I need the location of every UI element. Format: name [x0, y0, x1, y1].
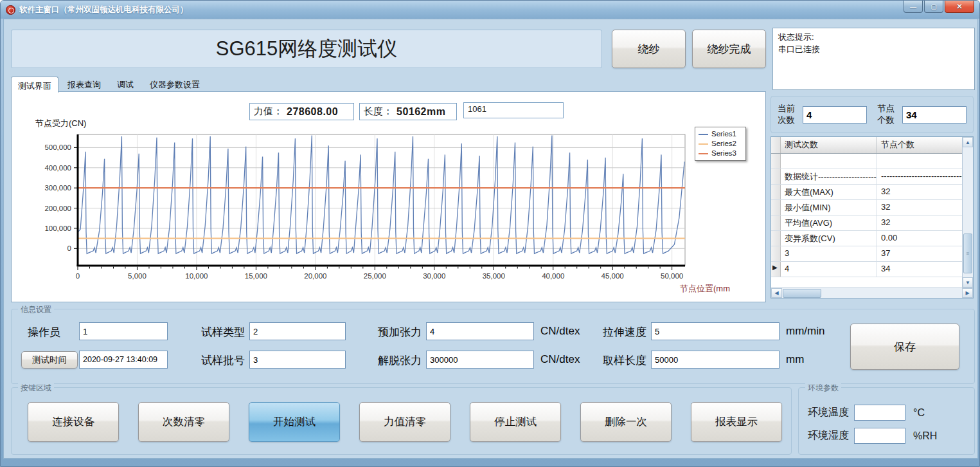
- svg-text:300,000: 300,000: [44, 184, 71, 192]
- svg-text:25,000: 25,000: [364, 272, 386, 280]
- cell-test-count: 4: [781, 262, 877, 277]
- horizontal-scrollbar[interactable]: ◀ ▶: [771, 288, 973, 298]
- length-readout: 长度： 50162mm: [359, 103, 457, 120]
- key-button[interactable]: 删除一次: [580, 402, 672, 442]
- row-stub: [771, 200, 781, 215]
- row-stub: ▶: [771, 262, 781, 277]
- env-temp-unit: °C: [913, 407, 925, 419]
- sample-length-input[interactable]: [651, 351, 780, 369]
- table-header-row: 测试次数节点个数: [771, 137, 962, 154]
- wind-yarn-done-button[interactable]: 绕纱完成: [692, 30, 766, 68]
- cell-node-count: [877, 154, 962, 169]
- tab-4[interactable]: 仪器参数设置: [143, 76, 207, 92]
- key-button[interactable]: 开始测试: [249, 402, 340, 442]
- speed-input[interactable]: [651, 322, 780, 340]
- maximize-button[interactable]: ▢: [924, 1, 943, 13]
- pretension-input[interactable]: [426, 322, 534, 340]
- table-row[interactable]: 337: [771, 246, 962, 262]
- wind-yarn-button[interactable]: 绕纱: [612, 30, 686, 68]
- legend-swatch: [699, 143, 708, 145]
- node-count-input[interactable]: [902, 106, 967, 124]
- minimize-button[interactable]: —: [904, 1, 923, 13]
- operator-input[interactable]: [79, 322, 168, 340]
- row-stub: [771, 246, 781, 261]
- svg-text:100,000: 100,000: [44, 224, 71, 232]
- key-button[interactable]: 次数清零: [138, 402, 229, 442]
- test-time-input[interactable]: [79, 351, 168, 369]
- svg-text:45,000: 45,000: [601, 272, 624, 280]
- key-button[interactable]: 力值清零: [359, 402, 450, 442]
- env-humidity-label: 环境湿度: [808, 429, 849, 443]
- legend-label: Series3: [711, 149, 736, 158]
- legend-swatch: [699, 134, 708, 135]
- table-row[interactable]: 变异系数(CV)0.00: [771, 231, 962, 246]
- batch-label: 试样批号: [201, 353, 245, 368]
- window-content: SG615网络度测试仪 绕纱 绕纱完成 状态提示: 串口已连接 测试界面报表查询…: [3, 19, 978, 459]
- scroll-left-button[interactable]: ◀: [771, 288, 782, 298]
- operator-label: 操作员: [28, 325, 60, 340]
- tab-3[interactable]: 调试: [110, 76, 141, 92]
- scroll-right-button[interactable]: ▶: [962, 288, 973, 298]
- key-button[interactable]: 报表显示: [691, 402, 782, 442]
- cell-test-count: 测试次数: [781, 137, 877, 153]
- env-params-group: 环境参数 环境温度 °C 环境湿度 %RH: [798, 387, 975, 455]
- app-icon: [6, 5, 15, 15]
- length-value: 50162mm: [396, 106, 445, 118]
- titlebar[interactable]: 软件主窗口（常州双固顿达机电科技有限公司） — ▢ ✕: [1, 1, 979, 19]
- env-temp-input[interactable]: [854, 405, 905, 421]
- speed-label: 拉伸速度: [603, 325, 646, 340]
- table-row[interactable]: 最小值(MIN)32: [771, 200, 962, 215]
- table-row[interactable]: ▶434: [771, 262, 962, 277]
- tab-1[interactable]: 测试界面: [11, 77, 58, 93]
- table-row[interactable]: 平均值(AVG)32: [771, 215, 962, 231]
- sample-type-input[interactable]: [249, 322, 346, 340]
- svg-text:30,000: 30,000: [423, 272, 445, 280]
- extra-readout: 1061: [463, 102, 564, 118]
- svg-text:500,000: 500,000: [44, 143, 71, 151]
- horizontal-scroll-thumb[interactable]: [783, 289, 821, 298]
- row-stub: [771, 137, 781, 153]
- current-count-input[interactable]: [803, 106, 867, 124]
- release-tension-input[interactable]: [426, 351, 534, 369]
- force-label: 力值：: [254, 105, 283, 118]
- info-settings-label: 信息设置: [18, 304, 54, 315]
- legend-item: Series1: [699, 129, 742, 139]
- svg-text:20,000: 20,000: [304, 272, 326, 280]
- save-button[interactable]: 保存: [850, 324, 959, 370]
- cell-test-count: 3: [781, 246, 877, 261]
- test-time-button[interactable]: 测试时间: [21, 351, 78, 369]
- svg-text:50,000: 50,000: [661, 272, 683, 280]
- close-button[interactable]: ✕: [945, 1, 974, 13]
- cell-node-count: 34: [877, 262, 962, 277]
- table-row[interactable]: 最大值(MAX)32: [771, 185, 962, 200]
- vertical-scrollbar[interactable]: ▲ ≡ ▼: [962, 137, 973, 288]
- scroll-down-button[interactable]: ▼: [963, 277, 973, 288]
- app-window: 软件主窗口（常州双固顿达机电科技有限公司） — ▢ ✕ SG615网络度测试仪 …: [0, 0, 980, 467]
- env-temp-label: 环境温度: [808, 406, 849, 419]
- legend-label: Series2: [711, 139, 736, 149]
- vertical-scroll-thumb[interactable]: ≡: [963, 234, 972, 273]
- key-button[interactable]: 停止测试: [470, 402, 561, 442]
- key-area-label: 按键区域: [18, 383, 54, 394]
- force-readout: 力值： 278608.00: [249, 103, 354, 120]
- tab-2[interactable]: 报表查询: [60, 76, 108, 92]
- results-table: 测试次数节点个数数据统计----------------------------…: [771, 136, 974, 298]
- env-humidity-input[interactable]: [854, 428, 905, 444]
- pretension-unit: CN/dtex: [540, 325, 580, 338]
- sample-type-label: 试样类型: [201, 325, 245, 340]
- speed-unit: mm/min: [786, 325, 824, 338]
- length-label: 长度：: [364, 105, 393, 118]
- key-button[interactable]: 连接设备: [28, 402, 119, 442]
- cell-test-count: 数据统计----------------------: [781, 169, 877, 184]
- table-row[interactable]: [771, 154, 962, 169]
- svg-text:15,000: 15,000: [245, 272, 267, 280]
- scroll-up-button[interactable]: ▲: [963, 137, 973, 147]
- table-row[interactable]: 数据统计------------------------------------…: [771, 169, 962, 185]
- batch-input[interactable]: [249, 351, 346, 369]
- info-settings-group: 信息设置 操作员 试样类型 预加张力 CN/dtex 拉伸速度 mm/min 测…: [11, 309, 975, 384]
- row-stub: [771, 231, 781, 246]
- svg-text:40,000: 40,000: [542, 272, 564, 280]
- counts-group: 当前次数 节点个数: [771, 96, 974, 133]
- chart-x-axis-label: 节点位置(mm: [680, 283, 730, 295]
- svg-text:0: 0: [67, 244, 71, 252]
